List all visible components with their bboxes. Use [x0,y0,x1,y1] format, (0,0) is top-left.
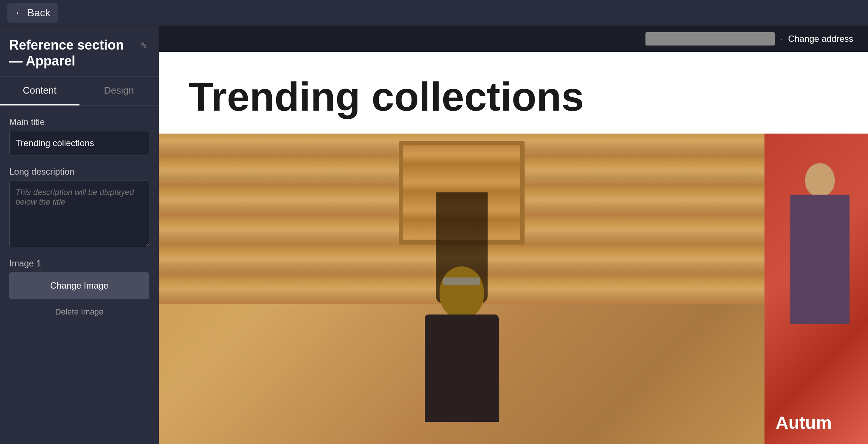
image1-label: Image 1 [9,258,149,269]
preview-nav: · Change address [159,26,868,52]
preview-image-main [159,134,764,444]
main-layout: Reference section — Apparel ✎ Content De… [0,26,868,444]
figure-glasses [443,278,480,285]
top-bar: ← Back [0,0,868,26]
long-description-label: Long description [9,166,149,177]
back-arrow-icon: ← [15,7,24,18]
figure-head [440,266,484,318]
secondary-body [790,195,850,324]
back-label: Back [27,7,50,19]
change-image-button[interactable]: Change Image [9,272,149,299]
person-secondary [779,163,861,348]
preview-image-secondary: Autum [764,134,868,444]
section-title: Reference section — Apparel [9,37,138,69]
image1-field-group: Image 1 Change Image Delete Image [9,258,149,321]
edit-section-button[interactable]: ✎ [138,39,149,53]
preview-main-title: Trending collections [189,74,838,119]
main-title-label: Main title [9,117,149,127]
tab-content[interactable]: Content [0,77,79,105]
change-address-button[interactable]: Change address [788,34,853,44]
preview-content: Trending collections [159,52,868,444]
tabs-container: Content Design [0,77,159,106]
sidebar-header: Reference section — Apparel ✎ [0,26,159,77]
sidebar-content: Main title Long description Image 1 Chan… [0,106,159,332]
preview-title-section: Trending collections [159,52,868,134]
main-title-input[interactable] [9,131,149,155]
sidebar: Reference section — Apparel ✎ Content De… [0,26,159,444]
edit-pencil-icon: ✎ [140,41,148,51]
long-description-field-group: Long description [9,166,149,247]
preview-images-row: Autum [159,134,868,444]
figure-body [425,314,499,422]
tab-design[interactable]: Design [79,77,159,105]
long-description-textarea[interactable] [9,181,149,247]
address-bar [645,32,775,46]
main-title-field-group: Main title [9,117,149,155]
address-dot: · [780,35,783,43]
secondary-head [805,163,835,196]
preview-area: · Change address Trending collections [159,26,868,444]
back-button[interactable]: ← Back [7,3,58,23]
secondary-image-text: Autum [776,413,832,433]
delete-image-button[interactable]: Delete Image [9,303,149,321]
